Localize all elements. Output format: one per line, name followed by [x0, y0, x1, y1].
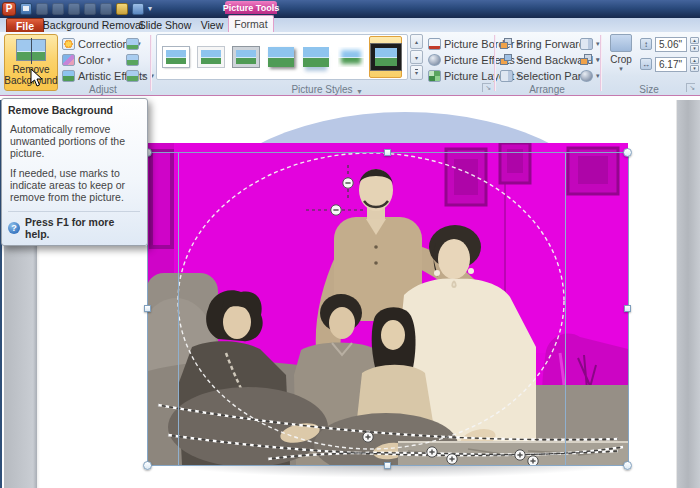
- dropdown-arrow-icon: ▾: [619, 65, 623, 73]
- format-painter-icon[interactable]: [116, 3, 128, 15]
- resize-handle-bottom-center[interactable]: [384, 462, 391, 469]
- style-preview-icon: [303, 47, 329, 67]
- crop-button[interactable]: Crop ▾: [604, 34, 638, 82]
- dropdown-arrow-icon: ▾: [142, 72, 146, 80]
- shape-width-input[interactable]: 6.17": [655, 57, 687, 72]
- change-picture-icon: [126, 54, 139, 66]
- picture-styles-gallery: [156, 34, 408, 80]
- send-backward-icon: [500, 54, 513, 66]
- width-up-button[interactable]: ▴: [690, 57, 699, 64]
- compress-pictures-button[interactable]: [126, 36, 139, 51]
- qat-customize-arrow-icon[interactable]: ▾: [148, 5, 152, 13]
- align-button[interactable]: ▾: [580, 36, 600, 51]
- gallery-more-button[interactable]: ▾: [410, 65, 423, 80]
- new-document-icon: [68, 3, 80, 15]
- reset-picture-icon: [126, 70, 139, 82]
- crop-icon: [610, 34, 632, 52]
- artistic-effects-icon: [62, 70, 75, 82]
- resize-handle-bottom-left[interactable]: [143, 461, 152, 470]
- style-preview-icon: [371, 44, 401, 70]
- corrections-icon: [62, 38, 75, 50]
- size-group-label: Size: [600, 84, 698, 96]
- picture-effects-icon: [428, 54, 441, 66]
- rotate-button[interactable]: ▾: [580, 68, 600, 83]
- save-icon[interactable]: [20, 3, 32, 15]
- picture-styles-dialog-launcher[interactable]: ↘: [482, 83, 491, 92]
- picture-tools-contextual-header: Picture Tools: [225, 1, 277, 14]
- height-stepper: ▴ ▾: [690, 37, 699, 52]
- picture-style-thumb[interactable]: [194, 36, 227, 78]
- style-preview-icon: [268, 47, 294, 67]
- picture-styles-group: ▴ ▾ ▾ Picture Border ▾ Picture Effects ▾…: [150, 32, 494, 96]
- resize-handle-bottom-right[interactable]: [623, 461, 632, 470]
- picture-layout-icon: [428, 70, 441, 82]
- resize-handle-top-center[interactable]: [384, 149, 391, 156]
- shape-width-icon: ↔: [640, 58, 652, 70]
- group-objects-button[interactable]: ▾: [580, 52, 600, 67]
- arrange-group-label: Arrange: [494, 84, 600, 96]
- shape-height-icon: ↕: [640, 38, 652, 50]
- undo-icon: [36, 3, 48, 15]
- gallery-scroll: ▴ ▾ ▾: [410, 34, 423, 80]
- height-down-button[interactable]: ▾: [690, 45, 699, 52]
- style-preview-icon: [233, 47, 259, 67]
- picture-selection-border: [147, 152, 629, 466]
- marquee-right-edge[interactable]: [565, 153, 566, 465]
- style-preview-icon: [163, 47, 189, 67]
- shape-fill-icon: [100, 3, 112, 15]
- ribbon-tab-row: File Background Removal Slide Show View …: [0, 18, 700, 32]
- size-dialog-launcher[interactable]: ↘: [686, 83, 695, 92]
- height-up-button[interactable]: ▴: [690, 37, 699, 44]
- ribbon-collapse-indicator-icon: ▼: [356, 88, 363, 95]
- arrange-group: Bring Forward ▾ Send Backward ▾ Selectio…: [494, 32, 600, 96]
- color-icon: [62, 54, 75, 66]
- style-preview-icon: [338, 47, 364, 67]
- shape-height-input[interactable]: 5.06": [655, 37, 687, 52]
- tooltip-help-text: Press F1 for more help.: [25, 216, 140, 240]
- picture-style-thumb[interactable]: [334, 36, 367, 78]
- powerpoint-logo-icon[interactable]: P: [2, 2, 16, 16]
- tab-view[interactable]: View: [196, 18, 228, 32]
- dropdown-arrow-icon: ▾: [596, 72, 600, 80]
- ribbon: Remove Background Corrections ▾ Color ▾ …: [0, 32, 700, 96]
- vertical-scrollbar[interactable]: [676, 100, 700, 488]
- width-down-button[interactable]: ▾: [690, 65, 699, 72]
- reset-picture-button[interactable]: ▾: [126, 68, 146, 83]
- resize-handle-top-right[interactable]: [623, 148, 632, 157]
- picture-styles-group-label: Picture Styles: [150, 84, 494, 96]
- remove-background-tooltip: Remove Background Automatically remove u…: [1, 98, 148, 246]
- picture-style-thumb-selected[interactable]: [369, 36, 402, 78]
- selected-picture[interactable]: [148, 143, 628, 465]
- picture-style-thumb[interactable]: [159, 36, 192, 78]
- bring-forward-label: Bring Forward: [516, 38, 585, 50]
- tab-format-active[interactable]: Format: [228, 15, 274, 32]
- picture-style-thumb[interactable]: [229, 36, 262, 78]
- tab-background-removal[interactable]: Background Removal: [50, 18, 136, 32]
- change-picture-button[interactable]: [126, 52, 139, 67]
- color-button[interactable]: Color ▾: [62, 52, 111, 67]
- style-preview-icon: [198, 47, 224, 67]
- selection-pane-icon: [500, 70, 513, 82]
- dropdown-arrow-icon: ▾: [596, 40, 600, 48]
- adjust-group-label: Adjust: [58, 84, 148, 96]
- tab-file[interactable]: File: [6, 18, 44, 32]
- paste-options-icon[interactable]: [132, 3, 144, 15]
- picture-style-thumb[interactable]: [264, 36, 297, 78]
- resize-handle-middle-right[interactable]: [624, 305, 631, 312]
- shape-height-row: ↕ 5.06" ▴ ▾: [640, 36, 699, 52]
- gallery-scroll-up-button[interactable]: ▴: [410, 34, 423, 49]
- marquee-left-edge[interactable]: [178, 153, 179, 465]
- tab-slide-show[interactable]: Slide Show: [140, 18, 190, 32]
- gallery-scroll-down-button[interactable]: ▾: [410, 50, 423, 65]
- resize-handle-middle-left[interactable]: [144, 305, 151, 312]
- group-objects-icon: [580, 54, 593, 66]
- picture-style-thumb[interactable]: [299, 36, 332, 78]
- title-bar: P ▾: [0, 0, 700, 18]
- selection-pane-button[interactable]: Selection Pane: [500, 68, 590, 83]
- size-group: Crop ▾ ↕ 5.06" ▴ ▾ ↔ 6.17" ▴ ▾ Size ↘: [600, 32, 698, 96]
- remove-background-icon: [16, 39, 46, 61]
- picture-border-icon: [428, 38, 441, 50]
- copy-icon: [52, 3, 64, 15]
- align-icon: [580, 38, 593, 50]
- bring-forward-button[interactable]: Bring Forward ▾: [500, 36, 592, 51]
